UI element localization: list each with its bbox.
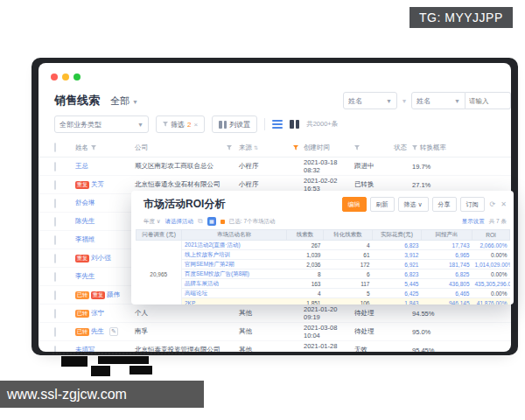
funnel-icon[interactable] xyxy=(91,145,96,150)
roi-row[interactable]: 2KP 1,851 106 1,843 946,145 41,876.00% xyxy=(136,298,510,305)
status-badge: 已转 xyxy=(75,328,89,336)
funnel-icon[interactable] xyxy=(227,145,232,150)
lead-name-link[interactable]: 关芳 xyxy=(91,180,104,189)
lead-name-link[interactable]: 王总 xyxy=(75,162,88,171)
close-icon[interactable]: ✕ xyxy=(500,200,507,208)
artifact-dotted-line xyxy=(52,353,184,354)
status-badge: 重复 xyxy=(91,291,105,299)
table-header-row: 姓名 公司 来源 ⇅ 创建时间 状态 转换概率 xyxy=(38,138,511,158)
row-checkbox[interactable] xyxy=(54,290,56,300)
artifact xyxy=(98,356,149,364)
divider xyxy=(264,118,265,130)
campaign-link[interactable]: 线上投放客户培训 xyxy=(182,250,287,260)
select-all-checkbox[interactable] xyxy=(54,143,56,152)
minimize-window-button[interactable] xyxy=(62,74,69,80)
lead-name-link[interactable]: 张宁 xyxy=(91,309,104,318)
campaign-link[interactable]: 2KP xyxy=(182,298,287,305)
lead-name-link[interactable]: 先生 xyxy=(91,327,104,336)
row-checkbox[interactable] xyxy=(54,162,56,172)
campaign-picker-link[interactable]: 请选择活动 xyxy=(165,218,194,226)
refresh-button[interactable]: 刷新 xyxy=(370,197,395,212)
maximize-window-button[interactable] xyxy=(74,74,80,80)
page-title: 销售线索 xyxy=(54,93,100,108)
row-checkbox[interactable] xyxy=(54,235,56,245)
lead-name-link[interactable]: 未填写 xyxy=(75,346,95,352)
roi-analysis-panel: 市场活动ROI分析 编辑 刷新 筛选 ∨ 分享 订阅 ⟳ ✕ 年度 ∨ 请选择活… xyxy=(131,191,514,304)
row-checkbox[interactable] xyxy=(54,199,56,208)
roi-row[interactable]: 20,965 2021活动2(直播·活动) 267 4 6,823 17,743… xyxy=(136,241,510,250)
subscribe-button[interactable]: 订阅 xyxy=(460,197,485,212)
status-badge: 重复 xyxy=(75,181,89,189)
record-count: 共2000+条 xyxy=(306,120,338,129)
row-checkbox[interactable] xyxy=(54,346,56,353)
business-type-select[interactable]: 全部业务类型 ▼ xyxy=(54,116,149,133)
copy-icon[interactable]: ⧉ xyxy=(198,217,203,226)
campaign-link[interactable]: 官网SEM推广第2期 xyxy=(182,260,287,270)
column-settings-button[interactable]: 列设置 xyxy=(212,116,257,133)
campaign-link[interactable]: 2021活动2(直播·活动) xyxy=(182,241,287,250)
chevron-down-icon: ▼ xyxy=(454,98,460,104)
filter-dropdown-button[interactable]: 筛选 ∨ xyxy=(398,197,429,212)
table-row[interactable]: 已转先生✎ 南孚 其他 2021-03-08 10:04 待处理 95.0% xyxy=(38,323,511,341)
tg-contact-badge: TG: MYYJJPP xyxy=(410,7,513,28)
table-row[interactable]: 未填写 北京恒泰竞投资管理有限公司 其他 2021-01-28 13:52 无效… xyxy=(38,341,511,352)
lead-name-link[interactable]: 陈先生 xyxy=(75,217,95,226)
roi-row[interactable]: 高端论坛 4 5 6,425 6,465 0.00% xyxy=(136,289,510,298)
edit-icon[interactable]: ✎ xyxy=(109,327,118,336)
search-input[interactable] xyxy=(466,92,511,109)
lead-name-link[interactable]: 李福维 xyxy=(75,235,95,244)
table-view-icon[interactable]: ▦ xyxy=(207,217,216,226)
status-badge: 重复 xyxy=(75,255,89,262)
roi-row[interactable]: 官网SEM推广第2期 2,036 172 6,921 181,745 1,014… xyxy=(136,260,510,270)
window-controls[interactable] xyxy=(51,74,80,80)
row-checkbox[interactable] xyxy=(54,309,56,318)
search-field-select-2[interactable]: 姓名 ▼ xyxy=(411,92,466,109)
roi-header-row: 问卷调查 (元) 市场活动名称 线索数 转化线索数 实际花费(元) 回报产出 R… xyxy=(136,230,510,241)
funnel-icon[interactable] xyxy=(412,145,417,150)
year-select[interactable]: 年度 ∨ xyxy=(144,218,161,226)
close-window-button[interactable] xyxy=(51,74,58,80)
lead-name-link[interactable]: 李先生 xyxy=(75,272,95,281)
share-button[interactable]: 分享 xyxy=(432,197,457,212)
roi-row[interactable]: 品牌车展活动 163 117 5,445 436,805 435,305,296… xyxy=(136,279,510,289)
columns-icon xyxy=(219,121,227,129)
display-settings-link[interactable]: 显示设置 xyxy=(462,218,485,226)
row-checkbox[interactable] xyxy=(54,272,56,282)
row-checkbox[interactable] xyxy=(54,327,56,337)
reload-icon[interactable]: ⟳ xyxy=(490,200,496,208)
roi-record-count: 共 7 条 xyxy=(489,218,507,226)
funnel-icon[interactable] xyxy=(354,145,360,150)
row-checkbox[interactable] xyxy=(54,217,56,227)
roi-table: 问卷调查 (元) 市场活动名称 线索数 转化线索数 实际花费(元) 回报产出 R… xyxy=(136,229,510,304)
funnel-icon-active[interactable] xyxy=(293,145,298,150)
search-field-select-1[interactable]: 姓名 ▼ xyxy=(343,92,397,109)
funnel-icon xyxy=(163,122,168,127)
sort-icon[interactable]: ⇅ xyxy=(254,145,258,150)
artifact xyxy=(91,366,110,376)
selection-dot-icon xyxy=(220,220,225,224)
kanban-view-toggle[interactable] xyxy=(290,120,299,129)
artifact xyxy=(130,366,152,374)
campaign-link[interactable]: 高端论坛 xyxy=(182,289,287,298)
clear-filter-icon[interactable]: × xyxy=(193,121,198,129)
chevron-down-icon: ▼ xyxy=(386,98,392,104)
list-view-toggle[interactable] xyxy=(272,120,283,129)
lead-name-link[interactable]: 刘小强 xyxy=(91,254,111,262)
edit-button[interactable]: 编辑 xyxy=(342,197,367,212)
status-badge: 已转 xyxy=(75,291,89,299)
row-checkbox[interactable] xyxy=(54,254,56,263)
status-badge: 已转 xyxy=(75,310,89,318)
lead-name-link[interactable]: 舒会琳 xyxy=(75,199,95,207)
row-checkbox[interactable] xyxy=(54,180,56,190)
table-row[interactable]: 王总 顺义区南彩农工商联合总公 小程序 2021-03-18 08:32 跟进中… xyxy=(38,158,511,176)
divider-icon: ▾ xyxy=(402,97,406,105)
campaign-link[interactable]: 百度SEM投放广告(第8期) xyxy=(182,270,287,279)
roi-row[interactable]: 线上投放客户培训 1,039 61 3,912 6,965 0.00% xyxy=(136,250,510,260)
lead-name-link[interactable]: 颜伟 xyxy=(107,290,120,299)
roi-panel-title: 市场活动ROI分析 xyxy=(144,197,342,212)
scope-dropdown[interactable]: 全部▼ xyxy=(110,94,138,108)
table-row[interactable]: 已转张宁 个人 其他 2021-01-20 09:19 待处理 94.55% xyxy=(38,304,511,323)
campaign-link[interactable]: 品牌车展活动 xyxy=(182,279,287,289)
filter-button[interactable]: 筛选 2 × xyxy=(156,116,205,133)
roi-row[interactable]: 百度SEM投放广告(第8期) 8 6 6,823 6,825 0.00% xyxy=(136,270,510,279)
